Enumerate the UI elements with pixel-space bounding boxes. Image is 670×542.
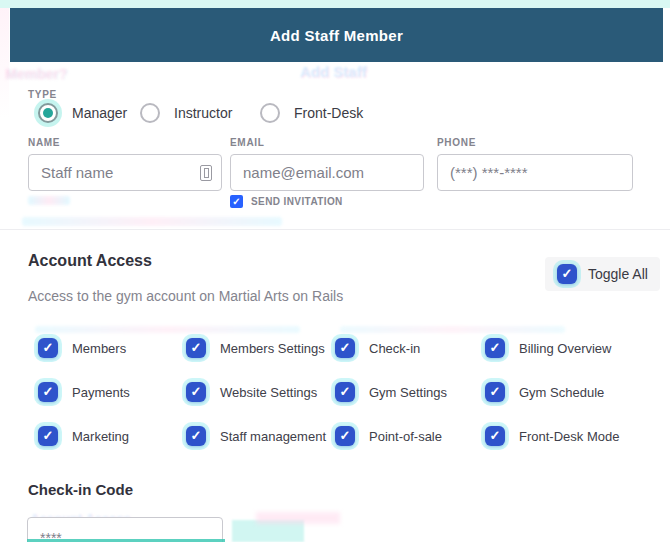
permission-label: Check-in <box>369 341 420 356</box>
checkbox-icon[interactable] <box>38 426 58 446</box>
permission-gym-settings[interactable]: Gym Settings <box>335 382 485 402</box>
checkbox-icon[interactable] <box>186 382 206 402</box>
checkbox-icon[interactable] <box>485 338 505 358</box>
name-field-group: NAME <box>28 137 222 191</box>
ghost-bar-artifact <box>340 326 565 333</box>
modal-title: Add Staff Member <box>270 27 403 44</box>
modal-header: Add Staff Member <box>10 8 663 62</box>
toggle-all-button[interactable]: Toggle All <box>545 257 660 291</box>
permission-label: Billing Overview <box>519 341 611 356</box>
add-staff-member-modal: Add Staff Member Add Staff Member? Accou… <box>0 0 670 542</box>
email-field-group: EMAIL <box>230 137 424 191</box>
permission-label: Marketing <box>72 429 129 444</box>
email-input[interactable] <box>231 155 423 190</box>
permission-label: Website Settings <box>220 385 317 400</box>
permission-point-of-sale[interactable]: Point-of-sale <box>335 426 485 446</box>
ghost-member-artifact: Member? <box>5 66 67 82</box>
radio-label: Manager <box>72 105 127 121</box>
radio-icon[interactable] <box>38 103 58 123</box>
permission-members[interactable]: Members <box>38 338 186 358</box>
toggle-all-label: Toggle All <box>588 266 648 282</box>
permission-label: Gym Settings <box>369 385 447 400</box>
permission-label: Staff management <box>220 429 326 444</box>
checkbox-icon[interactable] <box>335 426 355 446</box>
phone-field-group: PHONE <box>437 137 633 191</box>
type-radio-group: Manager Instructor Front-Desk <box>38 103 363 123</box>
ghost-title-artifact: Add Staff <box>300 63 367 80</box>
section-divider <box>0 229 670 230</box>
permission-marketing[interactable]: Marketing <box>38 426 186 446</box>
ghost-bar-artifact <box>28 196 70 205</box>
permission-label: Payments <box>72 385 130 400</box>
name-input[interactable] <box>29 155 221 190</box>
checkbox-icon[interactable] <box>335 382 355 402</box>
permission-label: Point-of-sale <box>369 429 442 444</box>
email-input-box <box>230 154 424 191</box>
send-invitation-checkbox-row[interactable]: SEND INVITATION <box>230 195 343 208</box>
account-access-subtitle: Access to the gym account on Martial Art… <box>28 288 343 304</box>
checkbox-icon[interactable] <box>186 338 206 358</box>
ghost-bar-artifact <box>22 217 282 226</box>
radio-option-front-desk[interactable]: Front-Desk <box>260 103 363 123</box>
radio-icon[interactable] <box>140 103 160 123</box>
permission-label: Gym Schedule <box>519 385 604 400</box>
permission-billing-overview[interactable]: Billing Overview <box>485 338 653 358</box>
radio-label: Instructor <box>174 105 232 121</box>
permission-check-in[interactable]: Check-in <box>335 338 485 358</box>
name-label: NAME <box>28 137 222 148</box>
send-invitation-label: SEND INVITATION <box>251 196 343 207</box>
permission-label: Front-Desk Mode <box>519 429 619 444</box>
top-edge-strip <box>0 0 670 8</box>
phone-input[interactable] <box>438 155 632 190</box>
ghost-bar-artifact <box>35 326 300 333</box>
checkbox-icon[interactable] <box>485 382 505 402</box>
checkbox-icon[interactable] <box>335 338 355 358</box>
permission-label: Members <box>72 341 126 356</box>
type-label: TYPE <box>28 89 57 100</box>
toggle-all-checkbox-icon[interactable] <box>557 264 577 284</box>
phone-input-box <box>437 154 633 191</box>
checkbox-icon[interactable] <box>485 426 505 446</box>
checkbox-icon[interactable] <box>38 338 58 358</box>
permission-gym-schedule[interactable]: Gym Schedule <box>485 382 653 402</box>
name-input-box <box>28 154 222 191</box>
checkin-code-title: Check-in Code <box>28 481 133 498</box>
permission-front-desk-mode[interactable]: Front-Desk Mode <box>485 426 653 446</box>
checkbox-icon[interactable] <box>38 382 58 402</box>
send-invitation-checkbox-icon[interactable] <box>230 195 243 208</box>
permission-payments[interactable]: Payments <box>38 382 186 402</box>
permission-label: Members Settings <box>220 341 325 356</box>
radio-label: Front-Desk <box>294 105 363 121</box>
account-access-title: Account Access <box>28 252 152 270</box>
left-edge-artifact <box>0 8 9 118</box>
ghost-block-artifact <box>256 512 340 524</box>
checkbox-icon[interactable] <box>186 426 206 446</box>
permission-members-settings[interactable]: Members Settings <box>186 338 335 358</box>
email-label: EMAIL <box>230 137 424 148</box>
permission-website-settings[interactable]: Website Settings <box>186 382 335 402</box>
ghost-block-artifact <box>232 520 304 542</box>
radio-icon[interactable] <box>260 103 280 123</box>
permissions-grid: Members Members Settings Check-in Billin… <box>38 338 653 446</box>
phone-label: PHONE <box>437 137 633 148</box>
radio-option-instructor[interactable]: Instructor <box>140 103 260 123</box>
radio-option-manager[interactable]: Manager <box>38 103 140 123</box>
autofill-icon[interactable] <box>200 165 212 181</box>
permission-staff-management[interactable]: Staff management <box>186 426 335 446</box>
